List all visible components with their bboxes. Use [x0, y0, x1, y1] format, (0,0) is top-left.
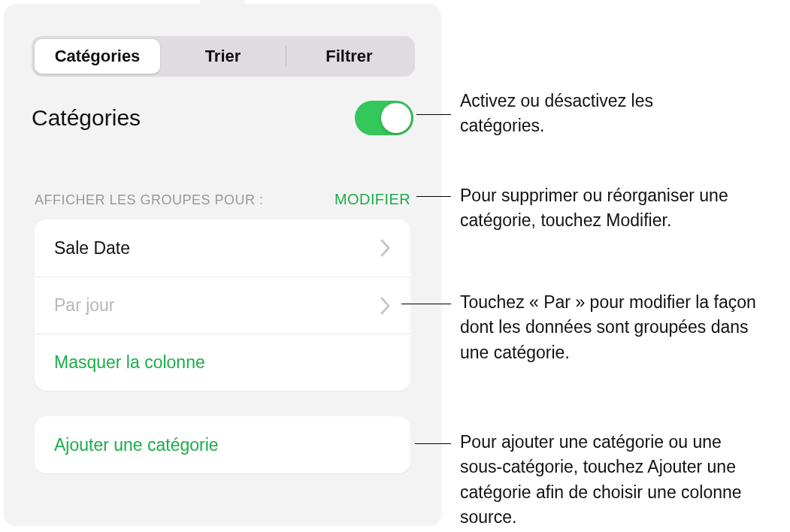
leader-line	[416, 114, 451, 115]
chevron-right-icon	[380, 297, 391, 315]
chevron-right-icon	[380, 239, 391, 257]
groups-label: AFFICHER LES GROUPES POUR :	[35, 192, 264, 208]
row-label: Masquer la colonne	[54, 352, 205, 373]
categories-popover: Catégories Trier Filtrer Catégories AFFI…	[5, 5, 440, 524]
tab-categories[interactable]: Catégories	[35, 39, 160, 74]
switch-knob	[381, 103, 411, 133]
categories-toggle[interactable]	[355, 101, 413, 135]
row-add-category[interactable]: Ajouter une catégorie	[35, 416, 410, 473]
groups-list: Sale Date Par jour Masquer la colonne	[35, 219, 410, 391]
callout-by: Touchez « Par » pour modifier la façon d…	[460, 290, 776, 365]
leader-line	[416, 196, 451, 197]
popover-arrow	[200, 0, 245, 5]
section-title: Catégories	[32, 105, 141, 131]
leader-line	[401, 304, 451, 304]
callout-add: Pour ajouter une catégorie ou une sous-c…	[460, 430, 761, 530]
add-category-list: Ajouter une catégorie	[35, 416, 410, 473]
tab-label: Catégories	[55, 47, 141, 65]
section-header: Catégories	[32, 101, 413, 135]
tab-label: Trier	[205, 47, 241, 65]
callout-edit: Pour supprimer ou réorganiser une catégo…	[460, 183, 776, 234]
segmented-control: Catégories Trier Filtrer	[32, 36, 415, 77]
callout-toggle: Activez ou désactivez les catégories.	[460, 89, 693, 139]
tab-label: Filtrer	[325, 47, 372, 65]
row-hide-column[interactable]: Masquer la colonne	[35, 334, 410, 391]
row-by-day[interactable]: Par jour	[35, 277, 410, 334]
groups-header: AFFICHER LES GROUPES POUR : MODIFIER	[35, 191, 410, 208]
row-label: Sale Date	[54, 238, 130, 258]
tab-sort[interactable]: Trier	[160, 39, 286, 74]
edit-button[interactable]: MODIFIER	[334, 191, 410, 208]
tab-filter[interactable]: Filtrer	[286, 39, 412, 74]
leader-line	[415, 443, 451, 444]
row-label: Par jour	[54, 295, 115, 316]
row-label: Ajouter une catégorie	[54, 435, 219, 455]
row-sale-date[interactable]: Sale Date	[35, 219, 410, 277]
